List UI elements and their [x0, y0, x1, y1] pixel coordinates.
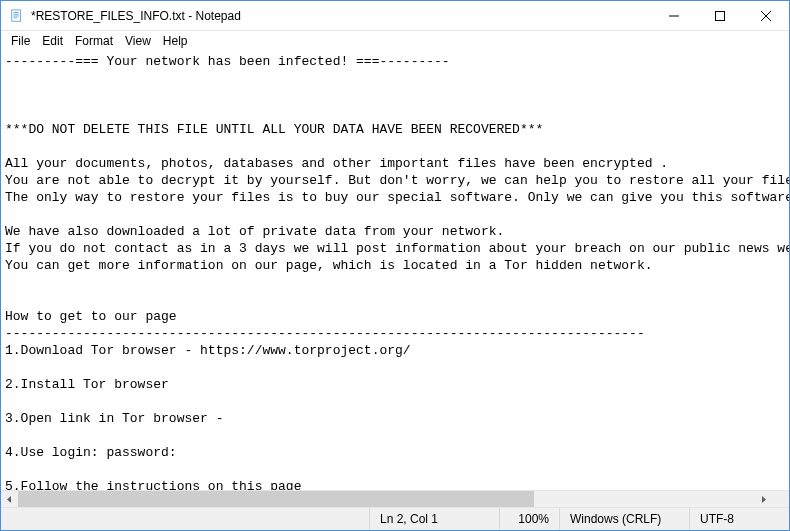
notepad-window: *RESTORE_FILES_INFO.txt - Notepad File E… — [0, 0, 790, 531]
menu-view[interactable]: View — [119, 32, 157, 50]
notepad-icon — [9, 8, 25, 24]
document-text[interactable]: ---------=== Your network has been infec… — [1, 51, 789, 490]
maximize-button[interactable] — [697, 1, 743, 31]
status-eol: Windows (CRLF) — [559, 508, 689, 530]
menubar: File Edit Format View Help — [1, 31, 789, 51]
svg-rect-6 — [716, 11, 725, 20]
close-button[interactable] — [743, 1, 789, 31]
menu-file[interactable]: File — [5, 32, 36, 50]
menu-help[interactable]: Help — [157, 32, 194, 50]
scroll-corner — [772, 491, 789, 508]
menu-format[interactable]: Format — [69, 32, 119, 50]
status-zoom: 100% — [499, 508, 559, 530]
scroll-thumb[interactable] — [18, 491, 534, 508]
status-position: Ln 2, Col 1 — [369, 508, 499, 530]
minimize-button[interactable] — [651, 1, 697, 31]
status-spacer — [1, 508, 369, 530]
content-wrap: ---------=== Your network has been infec… — [1, 51, 789, 507]
statusbar: Ln 2, Col 1 100% Windows (CRLF) UTF-8 — [1, 507, 789, 530]
scroll-right-button[interactable] — [755, 491, 772, 508]
scroll-track[interactable] — [18, 491, 755, 508]
titlebar[interactable]: *RESTORE_FILES_INFO.txt - Notepad — [1, 1, 789, 31]
scroll-left-button[interactable] — [1, 491, 18, 508]
editor-area[interactable]: ---------=== Your network has been infec… — [1, 51, 789, 490]
menu-edit[interactable]: Edit — [36, 32, 69, 50]
window-controls — [651, 1, 789, 31]
window-title: *RESTORE_FILES_INFO.txt - Notepad — [31, 9, 651, 23]
horizontal-scrollbar[interactable] — [1, 490, 789, 507]
status-encoding: UTF-8 — [689, 508, 789, 530]
